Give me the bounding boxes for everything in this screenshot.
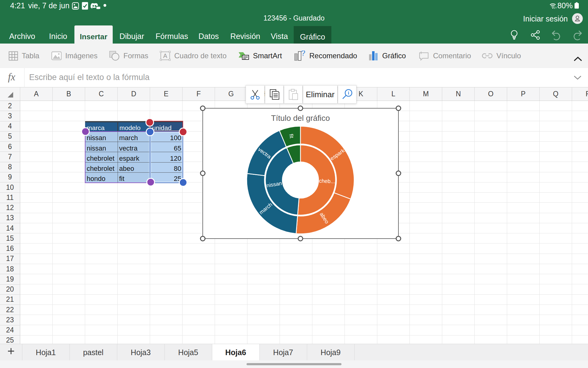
svg-text:i: i: [348, 90, 349, 95]
svg-text:A: A: [163, 52, 168, 59]
svg-text:?: ?: [301, 51, 305, 57]
svg-text:cheb...: cheb...: [319, 178, 335, 184]
